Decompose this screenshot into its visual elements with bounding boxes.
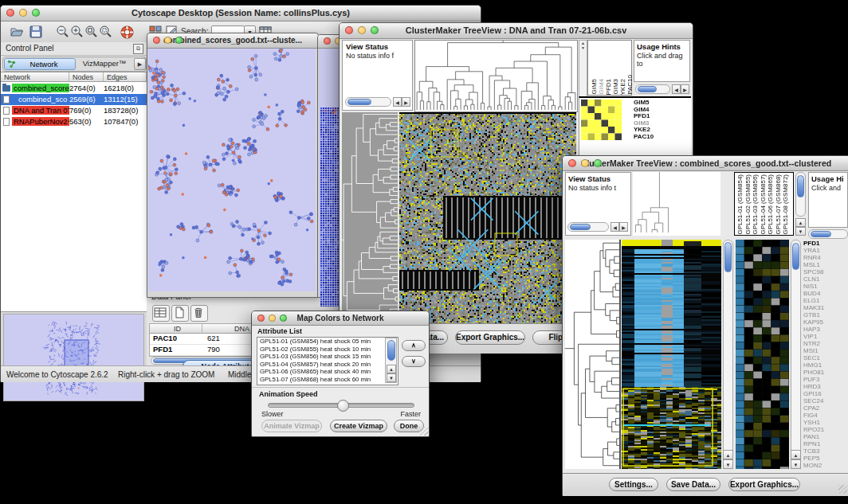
- scroll-up-icon[interactable]: ▲: [387, 365, 396, 373]
- gene-label[interactable]: HRD3: [803, 383, 848, 390]
- gene-label[interactable]: SEC1: [803, 354, 848, 361]
- new-attribute-icon[interactable]: [171, 305, 189, 322]
- network-list-item[interactable]: RNAPuberNov2+563(0)107847(0): [1, 116, 147, 127]
- gene-label[interactable]: RPN1: [803, 440, 848, 447]
- animation-speed-slider[interactable]: [268, 403, 414, 408]
- float-panel-icon[interactable]: ⧉: [133, 44, 143, 54]
- close-button[interactable]: [345, 26, 353, 34]
- attribute-list-item[interactable]: GPL51-03 (GSM856) heat shock 15 min: [257, 353, 383, 361]
- export-graphics-button[interactable]: Export Graphics...: [728, 478, 800, 491]
- gene-label[interactable]: RPO21: [803, 426, 848, 433]
- gene-label[interactable]: MSL1: [803, 261, 848, 268]
- column-label[interactable]: GPL51-01 (GSM854): [736, 174, 744, 235]
- zoom-button[interactable]: [371, 26, 379, 34]
- gene-label[interactable]: ELG1: [803, 297, 848, 304]
- save-data-button[interactable]: Save Data...: [666, 478, 720, 491]
- table-icon[interactable]: [152, 305, 170, 322]
- usage-hints-hscrollbar[interactable]: [808, 229, 848, 239]
- scroll-right-icon[interactable]: ▶: [402, 97, 410, 107]
- usage-hints-hscrollbar[interactable]: [635, 84, 670, 94]
- gene-label[interactable]: TCB3: [803, 447, 848, 455]
- column-label[interactable]: PFD1: [605, 79, 612, 95]
- gene-label[interactable]: PEP5: [803, 455, 848, 462]
- attribute-list-item[interactable]: GPL51-07 (GSM868) heat shock 60 min: [257, 376, 383, 384]
- zoom-button[interactable]: [175, 37, 183, 44]
- gene-label[interactable]: HMG1: [803, 361, 848, 369]
- scroll-down-icon[interactable]: ▼: [795, 227, 806, 236]
- gene-label[interactable]: SEC24: [803, 397, 848, 404]
- attribute-list-vscrollbar[interactable]: ▲ ▼: [385, 338, 397, 383]
- gene-label[interactable]: BUD4: [803, 290, 848, 297]
- row-dendrogram-canvas[interactable]: [565, 240, 622, 469]
- gene-label[interactable]: MAK31: [803, 304, 848, 311]
- gene-label[interactable]: PHO81: [803, 369, 848, 376]
- network-overview-canvas[interactable]: [3, 314, 144, 401]
- attribute-list-item[interactable]: GPL51-01 (GSM854) heat shock 05 min: [257, 338, 383, 346]
- gene-label[interactable]: RNR4: [803, 254, 848, 261]
- network-table-header-cell[interactable]: Edges: [104, 72, 147, 82]
- resize-grip[interactable]: [838, 485, 847, 494]
- close-button[interactable]: [6, 9, 14, 17]
- network-table-header-cell[interactable]: Network: [1, 72, 69, 82]
- view-status-hscrollbar[interactable]: [345, 97, 391, 107]
- scroll-up-icon[interactable]: ▲: [795, 218, 806, 227]
- animate-vizmap-button[interactable]: Animate Vizmap: [261, 420, 322, 432]
- column-label[interactable]: GIM4: [598, 79, 605, 95]
- minimize-button[interactable]: [269, 315, 276, 322]
- gene-label[interactable]: KAP95: [803, 318, 848, 326]
- column-label[interactable]: YKE2: [619, 79, 626, 95]
- gene-label[interactable]: SPC98: [803, 268, 848, 275]
- gene-label[interactable]: PAN1: [803, 433, 848, 440]
- delete-attribute-trash-icon[interactable]: [190, 305, 208, 322]
- gene-label[interactable]: FIG4: [803, 412, 848, 419]
- move-up-button[interactable]: ∧: [402, 340, 426, 351]
- gene-label[interactable]: YRA1: [803, 247, 848, 254]
- row-dendrogram-canvas[interactable]: [342, 112, 398, 323]
- column-label[interactable]: GPL51-02 (GSM855): [744, 174, 752, 235]
- zoom-heatmap-canvas[interactable]: [736, 240, 789, 469]
- column-dendrogram-canvas[interactable]: [633, 172, 720, 236]
- column-label[interactable]: PAC10: [626, 75, 634, 95]
- gene-label[interactable]: YSH1: [803, 419, 848, 426]
- tab-vizmapper[interactable]: VizMapper™: [77, 58, 132, 68]
- export-graphics-button[interactable]: Export Graphics...: [455, 330, 525, 345]
- attribute-list-item[interactable]: GPL51-06 (GSM865) heat shock 40 min: [257, 368, 383, 376]
- column-label[interactable]: GPL51-06 (GSM865): [767, 174, 775, 235]
- settings-button[interactable]: Settings...: [609, 478, 658, 491]
- network-list-item[interactable]: DNA and Tran 07769(0)183728(0): [1, 105, 147, 116]
- column-label[interactable]: GIM3: [612, 79, 619, 95]
- zoom-button[interactable]: [32, 9, 40, 17]
- close-button[interactable]: [257, 315, 265, 322]
- gene-label[interactable]: PFD1: [803, 240, 848, 247]
- column-label[interactable]: GPL51-04 (GSM857): [760, 174, 768, 235]
- network-list-item[interactable]: combined_sco2569(6)13112(15): [1, 94, 147, 105]
- row-label[interactable]: PAC10: [634, 134, 689, 141]
- scroll-down-icon[interactable]: ▼: [791, 459, 801, 469]
- scroll-down-icon[interactable]: ▼: [387, 373, 396, 382]
- data-table-header-cell[interactable]: ID: [150, 324, 202, 334]
- tabs-overflow-arrow[interactable]: ▶: [134, 58, 146, 70]
- zoom-vscrollbar[interactable]: [791, 240, 801, 469]
- move-down-button[interactable]: ∨: [402, 356, 426, 367]
- gene-label[interactable]: CLN1: [803, 275, 848, 283]
- network-canvas[interactable]: [148, 49, 316, 291]
- gene-label[interactable]: PUF3: [803, 376, 848, 383]
- global-heatmap-canvas[interactable]: [622, 240, 721, 469]
- zoom-selected-icon[interactable]: [98, 24, 116, 41]
- gene-label[interactable]: CPA2: [803, 404, 848, 412]
- gene-label[interactable]: HAP3: [803, 326, 848, 333]
- scroll-right-icon[interactable]: ▶: [681, 84, 689, 94]
- attribute-list-item[interactable]: GPL51-02 (GSM855) heat shock 10 min: [257, 346, 383, 354]
- gene-label[interactable]: GPI16: [803, 390, 848, 397]
- zoom-button[interactable]: [594, 159, 602, 167]
- tab-network[interactable]: Network: [4, 58, 76, 70]
- minimize-button[interactable]: [164, 37, 171, 44]
- network-table-header-cell[interactable]: Nodes: [69, 72, 104, 82]
- open-session-icon[interactable]: [9, 24, 26, 41]
- column-label[interactable]: GPL51-03 (GSM856): [752, 174, 760, 235]
- column-label[interactable]: GPL51-07 (GSM868): [775, 174, 783, 235]
- scroll-left-icon[interactable]: ◀: [610, 222, 619, 232]
- zoom-heatmap-canvas[interactable]: [581, 100, 622, 140]
- gene-label[interactable]: VIP1: [803, 333, 848, 340]
- column-dendrogram-canvas[interactable]: [414, 40, 578, 112]
